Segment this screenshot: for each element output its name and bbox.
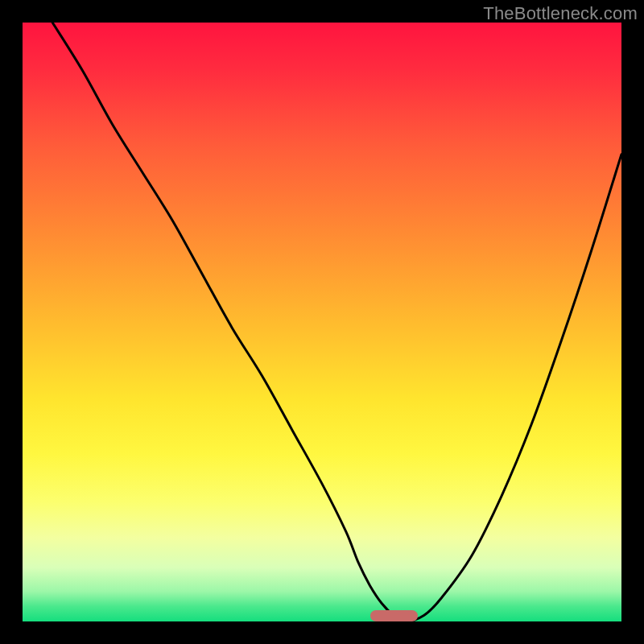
optimal-range-marker [370,610,419,621]
chart-frame: TheBottleneck.com [0,0,644,644]
chart-svg [23,23,621,621]
plot-area [23,23,621,621]
gradient-rect [23,23,621,621]
attribution-text: TheBottleneck.com [483,3,638,24]
